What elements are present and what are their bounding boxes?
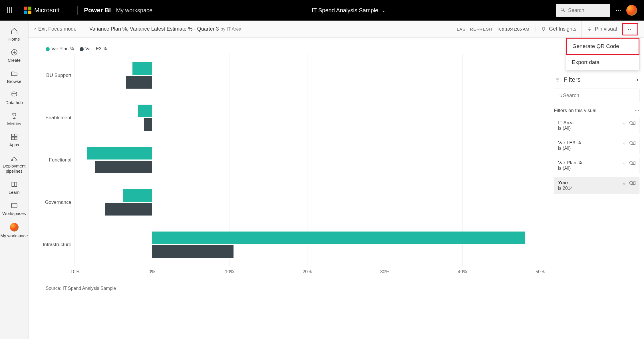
chevron-down-icon[interactable]: ⌄: [622, 160, 626, 166]
header-more-icon[interactable]: ⋯: [615, 7, 621, 14]
svg-line-15: [561, 96, 562, 97]
x-axis-tick: 10%: [225, 269, 234, 274]
y-axis-label: Governance: [40, 200, 71, 205]
last-refresh-time: Tue 10:41:06 AM: [497, 27, 536, 31]
svg-point-10: [11, 159, 13, 161]
x-axis-tick: 30%: [380, 269, 389, 274]
filter-card-year[interactable]: Year is 2014 ⌄⌫: [554, 177, 639, 194]
chevron-down-icon: ⌄: [382, 8, 385, 13]
nav-workspaces[interactable]: Workspaces: [0, 198, 28, 219]
filters-subheading: Filters on this visual ⋯: [554, 107, 639, 113]
filters-heading: Filters ›: [554, 74, 639, 89]
visual-title: Variance Plan %, Variance Latest Estimat…: [89, 26, 219, 32]
filters-more-icon[interactable]: ⋯: [635, 107, 639, 113]
bar-segment[interactable]: [152, 232, 525, 244]
bar-segment[interactable]: [105, 203, 152, 216]
bar-chart[interactable]: -10%0%10%20%30%40%50%BU SupportEnablemen…: [74, 54, 540, 277]
svg-rect-6: [11, 134, 14, 137]
lightbulb-icon: [541, 27, 546, 32]
eraser-icon[interactable]: ⌫: [629, 120, 636, 126]
bar-segment[interactable]: [126, 76, 152, 89]
y-axis-label: BU Support: [40, 73, 71, 78]
x-axis-tick: 40%: [458, 269, 467, 274]
pin-visual-button[interactable]: Pin visual: [582, 21, 622, 37]
chevron-left-icon: ‹: [34, 26, 36, 32]
nav-home[interactable]: Home: [0, 23, 28, 45]
nav-deployment-pipelines[interactable]: Deployment pipelines: [0, 150, 28, 177]
filters-panel: Filters › Filters on this visual ⋯ IT Ar…: [554, 74, 639, 197]
global-header: Microsoft Power BI My workspace IT Spend…: [0, 0, 644, 21]
nav-apps[interactable]: Apps: [0, 129, 28, 150]
x-axis-tick: 0%: [148, 269, 155, 274]
y-axis-label: Functional: [40, 157, 71, 163]
filter-card-var-plan[interactable]: Var Plan % is (All) ⌄⌫: [554, 157, 639, 174]
global-search[interactable]: [556, 4, 610, 17]
filters-search-input[interactable]: [563, 93, 635, 99]
y-axis-label: Enablement: [40, 115, 71, 121]
nav-learn[interactable]: Learn: [0, 177, 28, 198]
filter-card-var-le3[interactable]: Var LE3 % is (All) ⌄⌫: [554, 137, 639, 154]
nav-create[interactable]: Create: [0, 45, 28, 66]
x-axis-tick: 20%: [303, 269, 312, 274]
workspace-avatar-icon: [10, 223, 19, 232]
last-refresh-label: LAST REFRESH:: [457, 27, 494, 31]
legend-var-le3: Var LE3 %: [80, 46, 107, 51]
app-launcher-icon[interactable]: [7, 7, 13, 13]
expand-filters-icon[interactable]: ›: [636, 76, 638, 83]
svg-rect-8: [11, 137, 14, 140]
product-label: Power BI: [84, 7, 111, 14]
left-nav: Home Create Browse Data hub Metrics Apps…: [0, 21, 29, 339]
bar-segment[interactable]: [152, 245, 234, 258]
svg-point-11: [16, 159, 17, 161]
filter-icon: [555, 77, 560, 82]
menu-generate-qr[interactable]: Generate QR Code: [566, 38, 639, 55]
legend-var-plan: Var Plan %: [46, 46, 74, 51]
nav-my-workspace[interactable]: My workspace: [0, 219, 28, 241]
search-input[interactable]: [568, 7, 602, 13]
document-title-dropdown[interactable]: IT Spend Analysis Sample ⌄: [312, 7, 385, 14]
nav-browse[interactable]: Browse: [0, 66, 28, 87]
document-title: IT Spend Analysis Sample: [312, 7, 378, 14]
search-icon: [560, 7, 565, 13]
chart-legend: Var Plan % Var LE3 %: [46, 46, 540, 51]
microsoft-logo: Microsoft: [24, 7, 60, 14]
svg-rect-9: [15, 137, 17, 140]
chart-source: Source: IT Spend Analysis Sample: [46, 286, 540, 291]
more-options-menu: Generate QR Code Export data: [566, 38, 639, 70]
eraser-icon[interactable]: ⌫: [629, 140, 636, 146]
eraser-icon[interactable]: ⌫: [629, 180, 636, 186]
more-icon: ⋯: [628, 26, 633, 32]
bar-segment[interactable]: [144, 118, 152, 131]
header-divider: [77, 6, 78, 15]
bar-segment[interactable]: [132, 62, 152, 75]
svg-line-1: [563, 10, 565, 12]
svg-point-5: [12, 92, 17, 94]
exit-focus-button[interactable]: ‹ Exit Focus mode: [34, 26, 83, 32]
user-avatar[interactable]: [626, 5, 637, 16]
visual-subtitle: by IT Area: [221, 27, 242, 32]
workspace-label[interactable]: My workspace: [116, 7, 152, 14]
svg-rect-12: [11, 203, 17, 208]
chart-area: Var Plan % Var LE3 % -10%0%10%20%30%40%5…: [29, 38, 552, 339]
chevron-down-icon[interactable]: ⌄: [622, 180, 626, 186]
bar-segment[interactable]: [123, 189, 152, 202]
filters-search[interactable]: [554, 89, 639, 102]
chevron-down-icon[interactable]: ⌄: [622, 120, 626, 126]
get-insights-button[interactable]: Get Insights: [536, 21, 582, 37]
nav-metrics[interactable]: Metrics: [0, 108, 28, 129]
chevron-down-icon[interactable]: ⌄: [622, 140, 626, 146]
pin-icon: [587, 27, 592, 32]
menu-export-data[interactable]: Export data: [566, 55, 639, 70]
svg-point-14: [559, 94, 561, 96]
svg-point-0: [561, 8, 564, 11]
bar-segment[interactable]: [95, 161, 152, 173]
x-axis-tick: -10%: [69, 269, 79, 274]
y-axis-label: Infrastructure: [40, 242, 71, 248]
eraser-icon[interactable]: ⌫: [629, 160, 636, 166]
nav-data-hub[interactable]: Data hub: [0, 87, 28, 108]
bar-segment[interactable]: [138, 105, 152, 117]
filter-card-it-area[interactable]: IT Area is (All) ⌄⌫: [554, 117, 639, 134]
bar-segment[interactable]: [87, 147, 152, 159]
search-icon: [558, 93, 563, 98]
toolbar-more-button[interactable]: ⋯: [622, 23, 638, 35]
